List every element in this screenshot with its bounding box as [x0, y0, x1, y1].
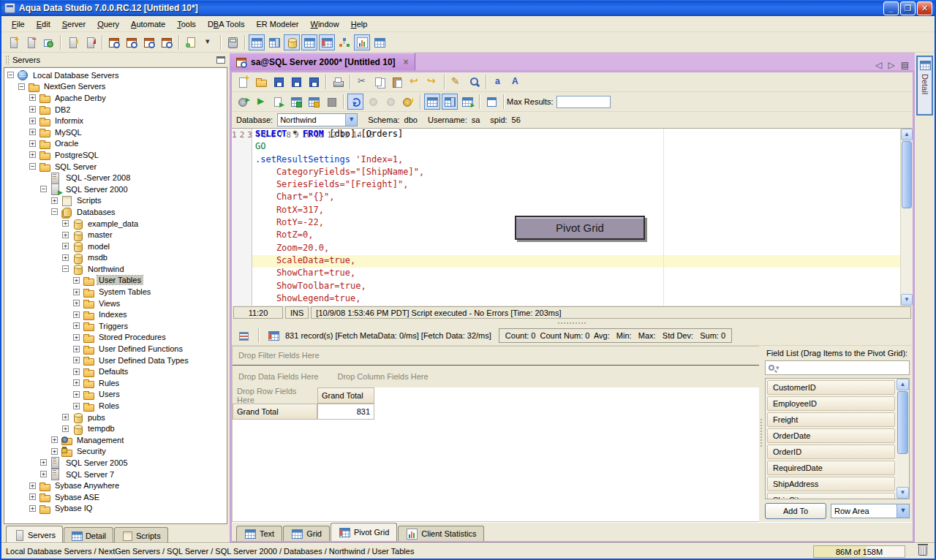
tree-item-sql-server-2008[interactable]: SQL -Server 2008 — [4, 172, 227, 183]
execute-edit-icon[interactable] — [306, 94, 322, 110]
execute-icon[interactable] — [235, 94, 252, 110]
tree-item-sql-server-2000[interactable]: −SQL Server 2000 — [4, 183, 227, 195]
expand-icon[interactable]: + — [73, 368, 80, 375]
tree-item-tempdb[interactable]: +tempdb — [4, 423, 227, 434]
menu-query[interactable]: Query — [91, 18, 125, 31]
pivot-column-header[interactable]: Grand Total — [317, 387, 374, 404]
field-item-freight[interactable]: Freight — [767, 412, 895, 427]
tree-item-user-defined-data-types[interactable]: +User Defined Data Types — [4, 355, 227, 366]
collapse-icon[interactable]: − — [62, 265, 69, 272]
find-replace-icon[interactable] — [466, 74, 482, 90]
open-script-icon[interactable] — [183, 34, 199, 50]
redo-icon[interactable] — [424, 74, 440, 90]
document-tab[interactable]: sa@SQL Server 2000* [Untitled 10] × — [230, 53, 415, 70]
tree-item-local-database-servers[interactable]: −Local Database Servers — [4, 69, 227, 81]
expand-icon[interactable]: + — [73, 403, 80, 409]
expand-icon[interactable]: + — [73, 300, 80, 306]
results-split-icon[interactable] — [266, 34, 282, 50]
expand-icon[interactable]: + — [51, 197, 58, 204]
tree-item-scripts[interactable]: +Scripts — [4, 195, 227, 207]
save-all-icon[interactable] — [306, 74, 322, 90]
tree-item-sql-server[interactable]: −SQL Server — [4, 161, 227, 173]
execute-play-icon[interactable] — [253, 94, 269, 110]
field-item-orderdate[interactable]: OrderDate — [767, 428, 895, 443]
undo-icon[interactable] — [407, 74, 423, 90]
field-item-shipcity[interactable]: ShipCity — [767, 493, 895, 499]
results-chart-icon[interactable] — [354, 34, 370, 50]
tree-item-users[interactable]: +Users — [4, 389, 227, 401]
expand-icon[interactable]: + — [62, 220, 69, 227]
tree-item-sql-server-7[interactable]: +SQL Server 7 — [4, 469, 227, 480]
menu-window[interactable]: Window — [305, 18, 345, 31]
scroll-up-icon[interactable]: ▲ — [897, 379, 909, 390]
query-window-3-icon[interactable] — [141, 34, 157, 50]
tree-item-apache-derby[interactable]: +Apache Derby — [4, 92, 227, 104]
expand-icon[interactable]: + — [62, 232, 69, 238]
tree-item-northwind[interactable]: −Northwind — [4, 263, 227, 275]
menu-file[interactable]: File — [6, 18, 31, 31]
field-list-scrollbar[interactable]: ▲ ▼ — [897, 379, 909, 499]
expand-icon[interactable]: + — [73, 277, 80, 284]
tree-item-databases[interactable]: −Databases — [4, 206, 227, 218]
field-item-requireddate[interactable]: RequiredDate — [767, 461, 895, 475]
tree-item-example_data[interactable]: +example_data — [4, 218, 227, 230]
scroll-down-icon[interactable]: ▼ — [901, 294, 913, 306]
field-search-input[interactable]: ▾ — [765, 360, 910, 375]
tree-item-defaults[interactable]: +Defaults — [4, 366, 227, 377]
tab-close-icon[interactable]: × — [404, 57, 409, 67]
save-as-icon[interactable] — [288, 74, 304, 90]
disconnect-server-icon[interactable] — [82, 34, 98, 50]
expand-icon[interactable]: + — [40, 459, 47, 466]
results-text-icon[interactable] — [249, 34, 265, 50]
tree-item-sybase-iq[interactable]: +Sybase IQ — [4, 503, 227, 515]
tree-item-sql-server-2005[interactable]: +SQL Server 2005 — [4, 457, 227, 469]
close-button[interactable]: ✕ — [917, 1, 932, 15]
vertical-splitter[interactable] — [759, 346, 763, 523]
chevron-down-icon[interactable]: ▼ — [897, 504, 909, 518]
memory-gauge[interactable]: 86M of 158M — [813, 545, 905, 558]
collapse-icon[interactable]: − — [51, 208, 58, 215]
panel-grip[interactable] — [6, 56, 9, 64]
result-tab-text[interactable]: Text — [236, 526, 282, 541]
expand-icon[interactable]: + — [73, 391, 80, 398]
toggle-results-icon[interactable] — [235, 328, 252, 344]
expand-icon[interactable]: + — [73, 379, 80, 386]
expand-icon[interactable]: + — [73, 289, 80, 295]
add-to-button[interactable]: Add To — [765, 503, 826, 519]
expand-icon[interactable]: + — [29, 505, 36, 512]
area-select[interactable]: Row Area ▼ — [831, 504, 910, 518]
minimize-button[interactable]: _ — [883, 1, 899, 15]
tree-item-postgresql[interactable]: +PostgreSQL — [4, 149, 227, 161]
field-item-employeeid[interactable]: EmployeeID — [767, 396, 895, 411]
format-pen-icon[interactable] — [448, 74, 464, 90]
commit-icon[interactable] — [365, 94, 381, 110]
result-mode-vertical-icon[interactable] — [442, 94, 458, 110]
commit-options-icon[interactable] — [400, 94, 416, 110]
menu-er-modeler[interactable]: ER Modeler — [250, 18, 304, 31]
connect-server-icon[interactable] — [64, 34, 80, 50]
save-icon[interactable] — [271, 74, 287, 90]
cut-icon[interactable] — [354, 74, 370, 90]
column-drop-zone[interactable]: Drop Column Fields Here — [337, 372, 428, 381]
expand-icon[interactable]: + — [73, 346, 80, 352]
expand-icon[interactable]: + — [62, 414, 69, 420]
expand-icon[interactable]: + — [29, 94, 36, 101]
scroll-down-icon[interactable]: ▼ — [897, 487, 909, 499]
detail-side-tab[interactable]: Detail — [916, 56, 933, 116]
query-analyzer-icon[interactable] — [106, 34, 122, 50]
chevron-down-icon[interactable]: ▼ — [345, 114, 357, 126]
row-drop-zone[interactable]: Drop Row Fields Here — [233, 387, 317, 404]
tab-prev-icon[interactable]: ◁ — [875, 60, 882, 70]
tree-item-oracle[interactable]: +Oracle — [4, 138, 227, 150]
tree-item-informix[interactable]: +Informix — [4, 115, 227, 126]
tab-next-icon[interactable]: ▷ — [888, 60, 894, 70]
connect-grid-icon[interactable] — [40, 34, 56, 50]
menu-server[interactable]: Server — [56, 18, 91, 31]
field-item-shipaddress[interactable]: ShipAddress — [767, 477, 895, 491]
rollback-icon[interactable] — [382, 94, 399, 110]
tree-item-stored-procedures[interactable]: +Stored Procedures — [4, 332, 227, 344]
result-mode-horizontal-icon[interactable] — [424, 94, 440, 110]
calculator-icon[interactable] — [224, 34, 241, 50]
expand-icon[interactable]: + — [51, 448, 58, 455]
results-grid-icon[interactable] — [301, 34, 317, 50]
